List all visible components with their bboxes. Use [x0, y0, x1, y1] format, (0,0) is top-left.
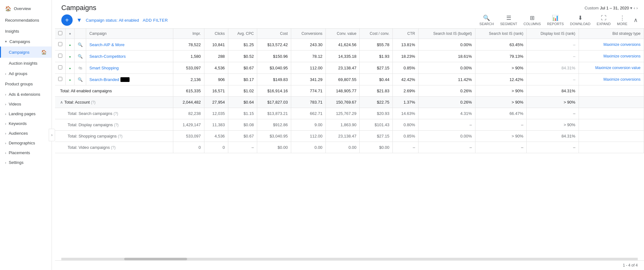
filter-icon[interactable]: ▼	[76, 17, 82, 24]
reports-action[interactable]: 📊 REPORTS	[547, 14, 564, 26]
header-bid-strategy[interactable]: Bid strategy type	[579, 29, 644, 39]
help-icon[interactable]: (?)	[111, 145, 116, 150]
total-search-lost-rank: 66.47%	[475, 108, 527, 119]
cell-clicks: 4,536	[204, 62, 228, 74]
total-search-lost-rank: > 90%	[475, 97, 527, 108]
header-impr[interactable]: Impr.	[173, 29, 204, 39]
chevron-left-date-icon[interactable]: ‹	[634, 6, 635, 10]
row-checkbox-3[interactable]	[58, 77, 62, 81]
sidebar-item-insights[interactable]: Insights	[0, 26, 52, 37]
header-conv-value[interactable]: Conv. value	[326, 29, 360, 39]
header-search-lost-budget[interactable]: Search lost IS (budget)	[419, 29, 475, 39]
header-checkbox-cell[interactable]	[55, 29, 66, 39]
sidebar-section-settings[interactable]: › Settings	[0, 158, 52, 167]
campaign-name-cell[interactable]: Search-Branded	[86, 74, 173, 85]
help-icon[interactable]: (?)	[91, 100, 96, 105]
select-all-checkbox[interactable]	[58, 31, 62, 35]
cell-clicks: 906	[204, 74, 228, 85]
total-search-lost-budget: 4.31%	[419, 108, 475, 119]
sidebar-section-audiences[interactable]: › Audiences	[0, 128, 52, 138]
sidebar-item-auction-insights[interactable]: Auction insights	[0, 58, 52, 69]
search-action[interactable]: 🔍 SEARCH	[480, 14, 494, 26]
campaign-name-cell[interactable]: Search-Competitors	[86, 51, 173, 62]
cell-ctr: 0.85%	[393, 62, 419, 74]
row-checkbox-2[interactable]	[58, 65, 62, 69]
collapse-panel-action[interactable]: ∧	[634, 17, 638, 24]
sidebar-collapse-button[interactable]: ›	[49, 129, 55, 141]
campaign-name-link[interactable]: Smart Shopping	[89, 66, 119, 70]
sidebar-section-demographics[interactable]: › Demographics	[0, 138, 52, 148]
more-action[interactable]: ⋮ MORE	[617, 14, 627, 26]
row-checkbox-cell[interactable]	[55, 39, 66, 51]
total-cost: $0.00	[257, 142, 291, 153]
sidebar-section-landing[interactable]: › Landing pages	[0, 109, 52, 119]
sidebar-section-ad-groups[interactable]: › Ad groups	[0, 69, 52, 78]
cell-cost: $149.83	[257, 74, 291, 85]
segment-action[interactable]: ☰ SEGMENT	[500, 14, 517, 26]
help-icon[interactable]: (?)	[118, 134, 123, 138]
campaign-name-cell[interactable]: Search-AIP & More	[86, 39, 173, 51]
row-checkbox-cell[interactable]	[55, 51, 66, 62]
sidebar-item-demographics-label: Demographics	[9, 141, 35, 145]
search-icon: 🔍	[78, 54, 83, 59]
sidebar-section-placements[interactable]: › Placements	[0, 148, 52, 158]
add-filter-button[interactable]: ADD FILTER	[143, 18, 168, 23]
horizontal-scrollbar[interactable]	[61, 258, 638, 260]
total-conv-value: 23,138.47	[326, 131, 360, 142]
header-display-lost-rank[interactable]: Display lost IS (rank)	[527, 29, 579, 39]
chevron-right-date-icon[interactable]: ›	[636, 6, 638, 10]
help-icon[interactable]: (?)	[114, 123, 119, 127]
header-cost[interactable]: Cost	[257, 29, 291, 39]
row-status: ●	[66, 62, 75, 74]
campaign-name-cell[interactable]: Smart Shopping	[86, 62, 173, 74]
cell-conv-value: 23,138.47	[326, 62, 360, 74]
download-action[interactable]: ⬇ DOWNLOAD	[570, 14, 591, 26]
columns-action[interactable]: ⊞ COLUMNS	[524, 14, 541, 26]
sidebar-section-videos[interactable]: › Videos	[0, 99, 52, 109]
header-cost-conv[interactable]: Cost / conv.	[360, 29, 393, 39]
sidebar-section-keywords[interactable]: › Keywords	[0, 119, 52, 128]
row-checkbox-1[interactable]	[58, 54, 62, 58]
total-display-lost-rank: > 90%	[527, 119, 579, 131]
cell-search-lost-rank: > 90%	[475, 62, 527, 74]
date-range[interactable]: Custom Jul 1 – 31, 2020 ▾ ‹ ›	[585, 6, 638, 10]
header-search-lost-rank[interactable]: Search lost IS (rank)	[475, 29, 527, 39]
sidebar-section-campaigns[interactable]: ▾ Campaigns	[0, 37, 52, 46]
total-conv-value: 150,769.67	[326, 97, 360, 108]
add-button[interactable]: +	[61, 14, 73, 26]
header-clicks[interactable]: Clicks	[204, 29, 228, 39]
header-avg-cpc[interactable]: Avg. CPC	[228, 29, 257, 39]
chevron-right-icon-videos: ›	[5, 102, 6, 106]
row-checkbox-cell[interactable]	[55, 62, 66, 74]
header-ctr[interactable]: CTR	[393, 29, 419, 39]
collapse-icon[interactable]: ∧	[60, 100, 63, 105]
campaign-name-link[interactable]: Search-AIP & More	[89, 42, 125, 47]
download-label: DOWNLOAD	[570, 22, 591, 26]
total-cost-conv: $21.83	[360, 85, 393, 97]
total-clicks: 27,954	[204, 97, 228, 108]
cell-clicks: 288	[204, 51, 228, 62]
row-checkbox-cell[interactable]	[55, 74, 66, 85]
expand-action[interactable]: ⛶ EXPAND	[597, 15, 611, 26]
campaign-name-link[interactable]: Search-Competitors	[89, 54, 126, 59]
total-cost-conv: $0.00	[360, 142, 393, 153]
sidebar-item-recommendations[interactable]: Recommendations	[0, 15, 52, 26]
scroll-thumb[interactable]	[124, 258, 187, 260]
row-status: ●	[66, 39, 75, 51]
header-conversions[interactable]: Conversions	[291, 29, 326, 39]
total-display-lost-rank: > 90%	[527, 97, 579, 108]
total-conv-value: 1,863.90	[326, 119, 360, 131]
table-footer: 1 - 4 of 4	[55, 260, 644, 270]
campaign-name-link[interactable]: Search-Branded	[89, 77, 119, 82]
help-icon[interactable]: (?)	[114, 111, 118, 116]
total-conversions: 774.71	[291, 85, 326, 97]
total-conv-value: 148,905.77	[326, 85, 360, 97]
sidebar-section-campaigns-label: Campaigns	[9, 39, 30, 44]
cell-search-lost-rank: 79.13%	[475, 51, 527, 62]
sidebar-section-ads[interactable]: › Ads & extensions	[0, 89, 52, 99]
sidebar-item-overview[interactable]: 🏠 Overview	[0, 3, 52, 15]
row-checkbox-0[interactable]	[58, 42, 62, 46]
sidebar-item-product-groups[interactable]: Product groups	[0, 78, 52, 89]
sidebar-item-campaigns[interactable]: Campaigns 🏠	[0, 46, 52, 58]
cell-search-lost-budget: 0.00%	[419, 39, 475, 51]
